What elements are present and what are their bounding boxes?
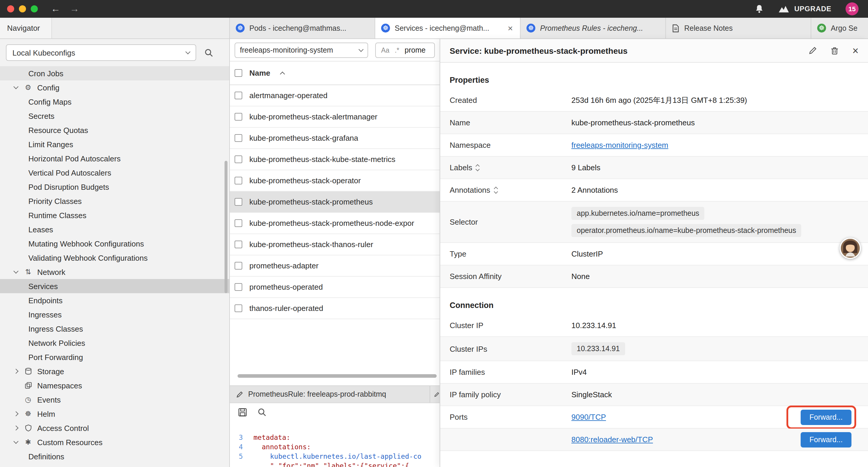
minimize-window-icon[interactable] xyxy=(19,5,26,12)
line-number: 4 xyxy=(230,442,250,451)
select-all-checkbox[interactable] xyxy=(235,69,242,77)
table-row-kube-prometheus-stack-grafana[interactable]: kube-prometheus-stack-grafana xyxy=(230,128,440,149)
sidebar-item-vertical-pod-autoscalers[interactable]: Vertical Pod Autoscalers xyxy=(0,166,229,180)
namespace-selector[interactable]: freeleaps-monitoring-system xyxy=(235,42,368,58)
port-link-9090-tcp[interactable]: 9090/TCP xyxy=(571,413,606,421)
table-row-kube-prometheus-stack-prometheus[interactable]: kube-prometheus-stack-prometheus xyxy=(230,192,440,213)
row-checkbox[interactable] xyxy=(235,92,242,99)
namespace-link[interactable]: freeleaps-monitoring-system xyxy=(571,141,668,150)
forward-button[interactable]: Forward... xyxy=(801,432,851,447)
sidebar-item-mutating-webhook-configurations[interactable]: Mutating Webhook Configurations xyxy=(0,236,229,251)
sidebar-item-namespaces[interactable]: Namespaces xyxy=(0,378,229,392)
sidebar-scrollbar[interactable] xyxy=(224,161,227,293)
forward-icon[interactable]: → xyxy=(70,0,79,18)
navigator-tab[interactable]: Navigator xyxy=(0,18,52,38)
tab-release-notes[interactable]: Release Notes xyxy=(666,18,811,38)
yaml-editor[interactable]: 3metadata:4annotations:5kubectl.kubernet… xyxy=(230,421,440,467)
expander-icon[interactable] xyxy=(494,186,497,194)
tab-prometheus-rules-icecheng[interactable]: ☸Prometheus Rules - icecheng... xyxy=(521,18,666,38)
sidebar-item-pod-disruption-budgets[interactable]: Pod Disruption Budgets xyxy=(0,180,229,194)
sidebar-item-ingress-classes[interactable]: Ingress Classes xyxy=(0,322,229,336)
table-row-alertmanager-operated[interactable]: alertmanager-operated xyxy=(230,85,440,107)
tab-close-icon[interactable]: × xyxy=(506,23,514,33)
chevron-right-icon[interactable] xyxy=(13,370,19,373)
maximize-window-icon[interactable] xyxy=(31,5,38,12)
sidebar-item-custom-resources[interactable]: ✱Custom Resources xyxy=(0,435,229,449)
sidebar-item-network[interactable]: ⇅Network xyxy=(0,265,229,279)
editor-search-icon[interactable] xyxy=(258,408,267,417)
row-checkbox[interactable] xyxy=(235,304,242,312)
sidebar-item-definitions[interactable]: Definitions xyxy=(0,449,229,463)
sidebar-item-config-maps[interactable]: Config Maps xyxy=(0,95,229,109)
row-checkbox[interactable] xyxy=(235,283,242,291)
service-name: kube-prometheus-stack-alertmanager xyxy=(249,112,378,121)
sidebar-item-secrets[interactable]: Secrets xyxy=(0,109,229,123)
chevron-right-icon[interactable] xyxy=(13,426,19,430)
services-horizontal-scrollbar[interactable] xyxy=(230,374,440,378)
sidebar-item-cron-jobs[interactable]: Cron Jobs xyxy=(0,66,229,80)
sidebar-item-limit-ranges[interactable]: Limit Ranges xyxy=(0,137,229,151)
save-icon[interactable] xyxy=(238,408,247,417)
sidebar-item-access-control[interactable]: Access Control xyxy=(0,421,229,435)
table-row-kube-prometheus-stack-kube-state-metrics[interactable]: kube-prometheus-stack-kube-state-metrics xyxy=(230,149,440,170)
tab-services-icecheng-math[interactable]: ☸Services - icecheng@math...× xyxy=(375,18,521,38)
sidebar-item-horizontal-pod-autoscalers[interactable]: Horizontal Pod Autoscalers xyxy=(0,151,229,166)
editor-tab-prometheusrule[interactable]: PrometheusRule: freeleaps-prod-rabbitmq xyxy=(230,386,430,403)
row-checkbox[interactable] xyxy=(235,241,242,248)
sidebar-item-validating-webhook-configurations[interactable]: Validating Webhook Configurations xyxy=(0,251,229,265)
row-checkbox[interactable] xyxy=(235,155,242,163)
expander-icon[interactable] xyxy=(476,164,479,171)
row-checkbox[interactable] xyxy=(235,177,242,184)
row-checkbox[interactable] xyxy=(235,198,242,206)
tab-pods-icecheng-mathmas[interactable]: ☸Pods - icecheng@mathmas... xyxy=(230,18,375,38)
kubeconfig-selector[interactable]: Local Kubeconfigs xyxy=(6,44,196,61)
sidebar-item-storage[interactable]: Storage xyxy=(0,364,229,378)
table-row-kube-prometheus-stack-prometheus-node-expor[interactable]: kube-prometheus-stack-prometheus-node-ex… xyxy=(230,213,440,234)
table-row-kube-prometheus-stack-thanos-ruler[interactable]: kube-prometheus-stack-thanos-ruler xyxy=(230,234,440,255)
sidebar-item-endpoints[interactable]: Endpoints xyxy=(0,293,229,308)
sidebar-item-runtime-classes[interactable]: Runtime Classes xyxy=(0,208,229,222)
sidebar-item-resource-quotas[interactable]: Resource Quotas xyxy=(0,123,229,137)
chevron-right-icon[interactable] xyxy=(13,412,19,415)
editor-tab-next-partial[interactable] xyxy=(430,386,440,403)
chevron-down-icon[interactable] xyxy=(13,270,19,274)
sidebar-item-services[interactable]: Services xyxy=(0,279,229,293)
close-drawer-icon[interactable]: × xyxy=(852,45,859,56)
sidebar-item-priority-classes[interactable]: Priority Classes xyxy=(0,194,229,208)
row-checkbox[interactable] xyxy=(235,262,242,269)
sidebar-item-config[interactable]: ⚙Config xyxy=(0,80,229,95)
table-row-thanos-ruler-operated[interactable]: thanos-ruler-operated xyxy=(230,298,440,319)
sidebar-item-leases[interactable]: Leases xyxy=(0,222,229,236)
sidebar-search-icon[interactable] xyxy=(205,48,213,57)
chevron-down-icon[interactable] xyxy=(13,440,19,444)
notification-count-badge[interactable]: 15 xyxy=(845,2,859,16)
chevron-down-icon[interactable] xyxy=(13,86,19,89)
sidebar-item-helm[interactable]: ☸Helm xyxy=(0,407,229,421)
table-row-kube-prometheus-stack-alertmanager[interactable]: kube-prometheus-stack-alertmanager xyxy=(230,107,440,128)
services-search-input[interactable]: Aa .* prome xyxy=(375,42,435,58)
sidebar-item-ingresses[interactable]: Ingresses xyxy=(0,308,229,322)
name-column-header[interactable]: Name xyxy=(249,68,270,78)
port-link-8080-reloader-web-tcp[interactable]: 8080:reloader-web/TCP xyxy=(571,435,653,444)
regex-toggle[interactable]: .* xyxy=(395,47,399,54)
sidebar-item-port-forwarding[interactable]: Port Forwarding xyxy=(0,350,229,364)
sidebar-item-network-policies[interactable]: Network Policies xyxy=(0,336,229,350)
delete-trash-icon[interactable] xyxy=(831,46,839,55)
user-avatar[interactable] xyxy=(840,238,861,259)
service-name: kube-prometheus-stack-grafana xyxy=(249,134,359,143)
table-row-kube-prometheus-stack-operator[interactable]: kube-prometheus-stack-operator xyxy=(230,170,440,192)
row-checkbox[interactable] xyxy=(235,219,242,227)
close-window-icon[interactable] xyxy=(7,5,14,12)
table-row-prometheus-adapter[interactable]: prometheus-adapter xyxy=(230,255,440,276)
sidebar-item-events[interactable]: ◷Events xyxy=(0,392,229,407)
upgrade-button[interactable]: UPGRADE xyxy=(778,5,831,13)
edit-icon[interactable] xyxy=(809,46,817,55)
tab-argo-se[interactable]: ☸Argo Se xyxy=(811,18,868,38)
row-checkbox[interactable] xyxy=(235,113,242,121)
match-case-toggle[interactable]: Aa xyxy=(381,47,390,54)
notifications-bell-icon[interactable] xyxy=(754,4,764,13)
table-row-prometheus-operated[interactable]: prometheus-operated xyxy=(230,276,440,298)
back-icon[interactable]: ← xyxy=(51,0,60,18)
forward-button[interactable]: Forward... xyxy=(801,409,851,425)
row-checkbox[interactable] xyxy=(235,134,242,142)
